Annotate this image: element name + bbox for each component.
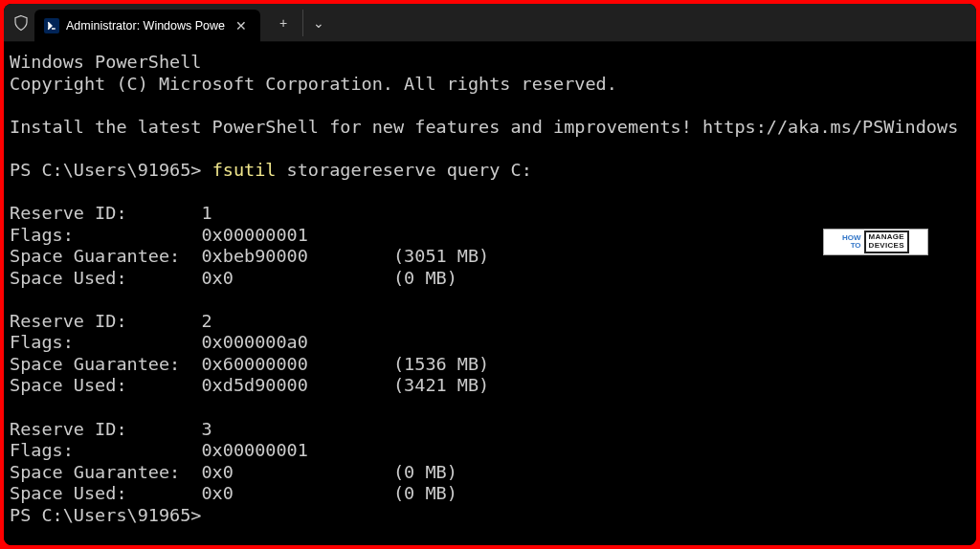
reserve-flags: Flags: 0x00000001 [10,225,308,245]
watermark-box: MANAGEDEVICES [864,231,909,253]
terminal-window: Administrator: Windows Powe ✕ + ⌄ Window… [4,4,976,545]
install-hint: Install the latest PowerShell for new fe… [10,117,958,137]
reserve-flags: Flags: 0x00000001 [10,440,308,460]
prompt-prefix: PS C:\Users\91965> [10,160,212,180]
reserve-used: Space Used: 0x0 (0 MB) [10,268,457,288]
titlebar: Administrator: Windows Powe ✕ + ⌄ [4,4,976,42]
tab-title: Administrator: Windows Powe [66,19,225,33]
tab-dropdown-button[interactable]: ⌄ [302,10,336,36]
banner-line-2: Copyright (C) Microsoft Corporation. All… [10,74,617,94]
reserve-used: Space Used: 0xd5d90000 (3421 MB) [10,375,489,395]
tab-active[interactable]: Administrator: Windows Powe ✕ [34,10,260,42]
terminal-output[interactable]: Windows PowerShell Copyright (C) Microso… [4,42,976,545]
prompt-line-end: PS C:\Users\91965> [10,505,201,525]
close-icon[interactable]: ✕ [232,16,251,35]
command-args: storagereserve query C: [276,160,531,180]
reserve-flags: Flags: 0x000000a0 [10,332,308,352]
reserve-id: Reserve ID: 3 [10,419,212,439]
new-tab-button[interactable]: + [268,10,299,36]
shield-icon [11,13,31,33]
reserve-used: Space Used: 0x0 (0 MB) [10,483,457,503]
reserve-guar: Space Guarantee: 0xbeb90000 (3051 MB) [10,246,489,266]
prompt-line: PS C:\Users\91965> fsutil storagereserve… [10,160,532,180]
titlebar-controls: + ⌄ [268,10,336,36]
reserve-id: Reserve ID: 2 [10,311,212,331]
powershell-icon [44,18,59,33]
command: fsutil [212,160,277,180]
watermark-left: HOWTO [842,234,861,250]
watermark-badge: HOWTO MANAGEDEVICES [823,229,928,255]
banner-line-1: Windows PowerShell [10,52,201,72]
reserve-guar: Space Guarantee: 0x60000000 (1536 MB) [10,354,489,374]
reserve-id: Reserve ID: 1 [10,203,212,223]
reserve-guar: Space Guarantee: 0x0 (0 MB) [10,462,457,482]
